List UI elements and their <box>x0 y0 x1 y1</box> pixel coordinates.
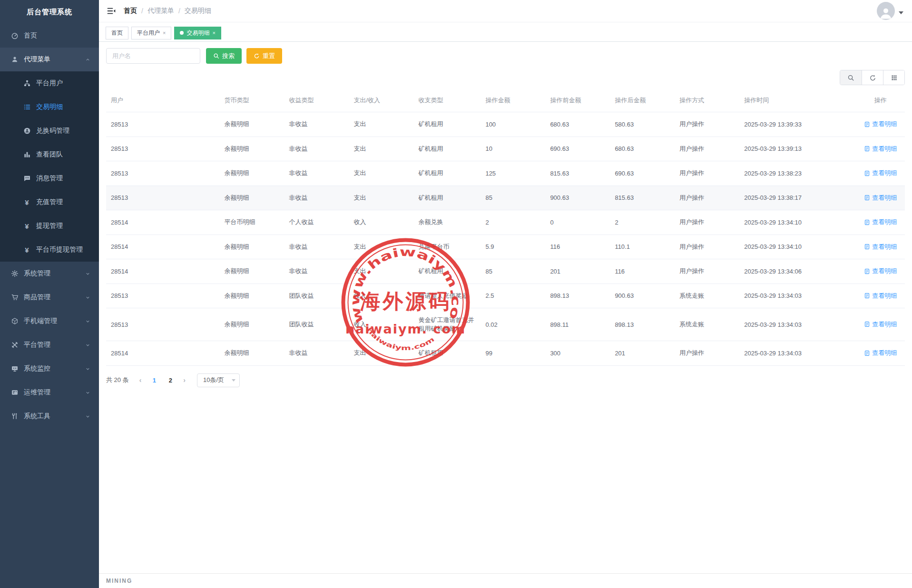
view-detail-label: 查看明细 <box>872 120 897 128</box>
view-detail-link[interactable]: 查看明细 <box>864 349 897 357</box>
sidebar-item-redeem-codes[interactable]: 兑换码管理 <box>0 119 99 143</box>
table-cell: 矿机租用 <box>413 161 481 186</box>
sidebar-item-platform-users[interactable]: 平台用户 <box>0 71 99 95</box>
document-icon <box>864 268 870 274</box>
view-detail-label: 查看明细 <box>872 218 897 226</box>
table-cell: 支出 <box>349 112 413 137</box>
chevron-down-icon <box>85 366 90 372</box>
sidebar-item-label: 运维管理 <box>24 388 50 397</box>
table-cell: 28513 <box>106 161 219 186</box>
breadcrumb-separator: / <box>141 7 143 15</box>
close-icon[interactable]: × <box>212 30 215 36</box>
tab-label: 交易明细 <box>186 29 209 37</box>
table-cell: 201 <box>545 259 610 284</box>
column-settings-button[interactable] <box>883 70 904 85</box>
next-page-icon[interactable]: › <box>180 376 188 384</box>
table-cell: 收入 <box>349 308 413 341</box>
sidebar-item-home[interactable]: 首页 <box>0 24 99 48</box>
fold-menu-icon[interactable] <box>107 6 116 16</box>
table-cell: 900.63 <box>610 284 675 308</box>
avatar[interactable] <box>877 2 895 20</box>
document-icon <box>864 195 870 201</box>
table-cell: 用户操作 <box>675 161 739 186</box>
table-cell: 余额明细 <box>219 284 284 308</box>
sidebar-item-label: 平台币提现管理 <box>36 245 83 254</box>
sidebar-item-view-team[interactable]: 查看团队 <box>0 143 99 167</box>
wrench-icon <box>10 412 19 421</box>
view-detail-link[interactable]: 查看明细 <box>864 120 897 128</box>
sidebar-item-transaction-detail[interactable]: 交易明细 <box>0 95 99 119</box>
view-detail-label: 查看明细 <box>872 349 897 357</box>
yen-icon: ¥ <box>23 222 31 230</box>
view-detail-link[interactable]: 查看明细 <box>864 292 897 300</box>
view-detail-link[interactable]: 查看明细 <box>864 218 897 226</box>
tab-platform-users[interactable]: 平台用户 × <box>131 27 171 39</box>
col-header-actions: 操作 <box>856 89 905 112</box>
table-cell: 团队收益 <box>284 284 349 308</box>
table-row: 28514余额明细非收益支出兑换平台币5.9116110.1用户操作2025-0… <box>106 235 905 259</box>
reset-button[interactable]: 重置 <box>246 48 282 64</box>
table-cell: 5.9 <box>481 235 545 259</box>
sidebar-item-label: 查看团队 <box>36 150 63 159</box>
admin-app: 后台管理系统 首页 代理菜单 <box>0 0 912 588</box>
chevron-down-icon <box>85 343 90 348</box>
prev-page-icon[interactable]: ‹ <box>137 376 145 384</box>
view-detail-link[interactable]: 查看明细 <box>864 243 897 251</box>
sidebar-item-ops-mgmt[interactable]: 运维管理 <box>0 381 99 404</box>
table-cell: 2025-03-29 13:34:03 <box>739 341 856 366</box>
chevron-down-icon <box>85 295 90 300</box>
table-cell: 矿机租用 <box>413 341 481 366</box>
sidebar-item-messages[interactable]: 消息管理 <box>0 167 99 190</box>
app-title: 后台管理系统 <box>0 0 99 24</box>
table-cell: 898.13 <box>545 284 610 308</box>
table-cell-actions: 查看明细 <box>856 186 905 210</box>
tab-home[interactable]: 首页 <box>106 27 128 39</box>
table-cell: 898.13 <box>610 308 675 341</box>
table-cell: 28514 <box>106 235 219 259</box>
table-row: 28513余额明细非收益支出矿机租用85900.63815.63用户操作2025… <box>106 186 905 210</box>
sidebar-item-platform-mgmt[interactable]: 平台管理 <box>0 333 99 357</box>
view-detail-link[interactable]: 查看明细 <box>864 169 897 177</box>
sidebar-item-product-mgmt[interactable]: 商品管理 <box>0 285 99 309</box>
sidebar-item-recharge[interactable]: ¥ 充值管理 <box>0 190 99 214</box>
caret-down-icon[interactable] <box>899 11 903 14</box>
page-number-1[interactable]: 1 <box>148 377 160 384</box>
view-detail-link[interactable]: 查看明细 <box>864 320 897 329</box>
table-cell: 支出 <box>349 259 413 284</box>
breadcrumb-agent-menu[interactable]: 代理菜单 <box>147 7 174 15</box>
document-icon <box>864 121 870 127</box>
table-cell: 116 <box>610 259 675 284</box>
table-cell: 非收益 <box>284 235 349 259</box>
table-cell: 2025-03-29 13:34:03 <box>739 284 856 308</box>
close-icon[interactable]: × <box>163 30 166 36</box>
sidebar-item-withdraw[interactable]: ¥ 提现管理 <box>0 214 99 238</box>
sidebar-item-agent-menu[interactable]: 代理菜单 <box>0 48 99 71</box>
breadcrumb-home[interactable]: 首页 <box>124 7 137 15</box>
sidebar-item-system-monitor[interactable]: 系统监控 <box>0 357 99 381</box>
refresh-icon <box>869 74 876 81</box>
sidebar-item-mobile-mgmt[interactable]: 手机端管理 <box>0 309 99 333</box>
sidebar-item-label: 系统工具 <box>24 412 50 421</box>
table-row: 28513余额明细非收益支出矿机租用125815.63690.63用户操作202… <box>106 161 905 186</box>
table-cell: 余额明细 <box>219 235 284 259</box>
refresh-table-button[interactable] <box>862 70 883 85</box>
username-input[interactable] <box>106 48 200 64</box>
table-cell: 815.63 <box>545 161 610 186</box>
table-cell: 系统走账 <box>675 284 739 308</box>
navbar-right <box>877 2 903 20</box>
page-number-2[interactable]: 2 <box>164 377 177 384</box>
sidebar-item-platform-coin-withdraw[interactable]: ¥ 平台币提现管理 <box>0 238 99 262</box>
search-button[interactable]: 搜索 <box>206 48 242 64</box>
sidebar-item-system-tools[interactable]: 系统工具 <box>0 404 99 428</box>
view-detail-link[interactable]: 查看明细 <box>864 267 897 275</box>
tab-transaction-detail[interactable]: 交易明细 × <box>174 27 221 39</box>
view-detail-link[interactable]: 查看明细 <box>864 145 897 153</box>
view-detail-link[interactable]: 查看明细 <box>864 194 897 202</box>
page-size-select[interactable]: 10条/页 <box>197 373 240 387</box>
table-cell: 用户操作 <box>675 235 739 259</box>
list-icon <box>23 103 31 111</box>
toggle-search-button[interactable] <box>840 70 862 85</box>
table-cell: 用户操作 <box>675 112 739 137</box>
sidebar-item-system-mgmt[interactable]: 系统管理 <box>0 262 99 285</box>
view-detail-label: 查看明细 <box>872 243 897 251</box>
